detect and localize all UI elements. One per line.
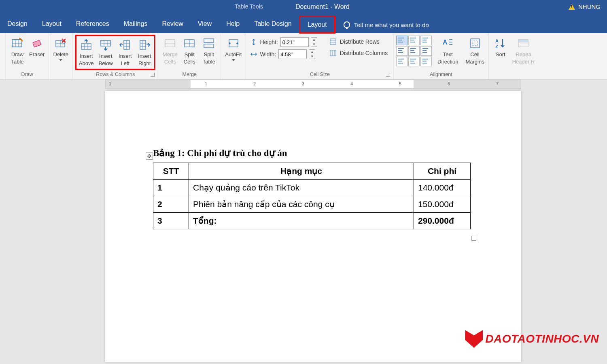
svg-text:Z: Z	[495, 44, 498, 49]
table-move-handle[interactable]: ✥	[146, 152, 153, 160]
text-direction-icon: A	[441, 36, 455, 50]
dialog-launcher-icon[interactable]	[386, 73, 390, 77]
user-account[interactable]: NHUNG	[565, 0, 604, 13]
text-direction-button[interactable]: A Text Direction	[436, 35, 460, 67]
height-spinner[interactable]: ▲▼	[311, 37, 317, 47]
group-data: AZ Sort Repea Header R	[489, 33, 539, 79]
chevron-down-icon	[59, 59, 62, 61]
split-cells-label: Split Cells	[184, 51, 195, 65]
document-page[interactable]: Bảng 1: Chi phí dự trù cho dự án ✥ STT H…	[105, 91, 521, 362]
cell-margins-icon	[468, 36, 482, 50]
insert-left-button[interactable]: Insert Left	[116, 36, 134, 68]
insert-right-button[interactable]: Insert Right	[135, 36, 154, 68]
table-row[interactable]: 2 Phiên bản nâng cấp của các công cụ 150…	[153, 196, 471, 213]
svg-rect-29	[204, 39, 214, 42]
contextual-tab-label: Table Tools	[227, 0, 271, 13]
svg-rect-44	[518, 40, 528, 42]
repeat-header-button: Repea Header R	[511, 35, 537, 67]
svg-text:A: A	[495, 38, 499, 43]
group-alignment: A Text Direction Cell Margins Alignment	[394, 33, 489, 79]
align-middle-center[interactable]	[408, 46, 420, 56]
table-header-row[interactable]: STT Hạng mục Chi phí	[153, 163, 471, 180]
svg-rect-32	[330, 39, 336, 44]
distribute-columns-icon	[329, 49, 337, 57]
tab-table-layout[interactable]: Layout	[299, 16, 335, 34]
insert-below-label: Insert Below	[99, 53, 113, 67]
chevron-down-icon	[232, 59, 235, 61]
tab-table-design[interactable]: Table Design	[247, 16, 299, 33]
align-bottom-center[interactable]	[408, 57, 420, 66]
table-caption[interactable]: Bảng 1: Chi phí dự trù cho dự án	[153, 148, 473, 159]
align-middle-right[interactable]	[420, 46, 432, 56]
document-table[interactable]: STT Hạng mục Chi phí 1 Chạy quảng cáo tr…	[153, 163, 471, 229]
insert-right-icon	[138, 38, 151, 52]
align-bottom-right[interactable]	[420, 57, 432, 66]
tab-mailings[interactable]: Mailings	[117, 16, 155, 33]
autofit-button[interactable]: AutoFit	[223, 35, 243, 63]
distribute-columns-button[interactable]: Distribute Columns	[328, 49, 389, 57]
distribute-rows-button[interactable]: Distribute Rows	[328, 37, 389, 46]
table-resize-handle[interactable]	[471, 236, 476, 241]
watermark: DAOTAOTINHOC.VN	[465, 330, 599, 348]
insert-above-button[interactable]: Insert Above	[77, 36, 96, 68]
eraser-button[interactable]: Eraser	[28, 35, 46, 67]
split-table-button[interactable]: Split Table	[200, 35, 218, 67]
height-input[interactable]	[280, 37, 309, 47]
group-cutoff-left	[0, 33, 6, 79]
width-input[interactable]	[278, 49, 307, 59]
svg-rect-35	[330, 50, 336, 56]
table-row-total[interactable]: 3 Tổng: 290.000đ	[153, 213, 471, 229]
group-autofit: AutoFit	[221, 33, 246, 79]
split-table-label: Split Table	[203, 51, 215, 65]
tab-review[interactable]: Review	[155, 16, 190, 33]
width-spinner[interactable]: ▲▼	[309, 49, 315, 59]
tab-references[interactable]: References	[69, 16, 117, 33]
ribbon-tabs: Design Layout References Mailings Review…	[0, 16, 607, 33]
table-row[interactable]: 1 Chạy quảng cáo trên TikTok 140.000đ	[153, 180, 471, 196]
align-top-left[interactable]	[396, 36, 407, 45]
svg-rect-4	[33, 40, 41, 47]
delete-button[interactable]: Delete	[51, 35, 70, 63]
insert-above-icon	[79, 38, 93, 52]
draw-table-button[interactable]: Draw Table	[8, 35, 27, 67]
sort-button[interactable]: AZ Sort	[491, 35, 510, 67]
tab-design[interactable]: Design	[0, 16, 35, 33]
insert-above-label: Insert Above	[79, 53, 94, 67]
autofit-icon	[227, 36, 240, 50]
header-chiphi[interactable]: Chi phí	[414, 163, 471, 180]
lightbulb-icon	[344, 21, 350, 28]
document-title: Document1 - Word	[295, 0, 350, 14]
insert-below-icon	[99, 38, 112, 52]
tab-help[interactable]: Help	[219, 16, 247, 33]
insert-right-label: Insert Right	[138, 53, 151, 67]
height-icon	[250, 38, 257, 46]
cell-margins-button[interactable]: Cell Margins	[464, 35, 486, 67]
group-merge: Merge Cells Split Cells Split Table Merg…	[158, 33, 221, 79]
align-top-right[interactable]	[420, 36, 432, 45]
width-icon	[250, 51, 257, 58]
tell-me-search[interactable]: Tell me what you want to do	[344, 16, 429, 33]
insert-below-button[interactable]: Insert Below	[96, 36, 115, 68]
align-bottom-left[interactable]	[396, 57, 407, 66]
header-hangmuc[interactable]: Hạng mục	[189, 163, 414, 180]
tab-layout[interactable]: Layout	[35, 16, 69, 33]
width-label: Width:	[260, 51, 276, 57]
group-cell-size-label: Cell Size	[248, 70, 391, 78]
align-top-center[interactable]	[408, 36, 420, 45]
horizontal-ruler[interactable]: 1 1 2 3 4 5 6 7	[105, 80, 521, 89]
dialog-launcher-icon[interactable]	[151, 73, 155, 77]
distribute-rows-icon	[329, 38, 337, 45]
merge-cells-icon	[163, 36, 177, 50]
svg-rect-30	[204, 44, 214, 48]
svg-rect-40	[473, 41, 478, 46]
text-direction-label: Text Direction	[437, 51, 458, 65]
header-stt[interactable]: STT	[153, 163, 189, 180]
align-middle-left[interactable]	[396, 46, 407, 56]
split-cells-button[interactable]: Split Cells	[180, 35, 199, 67]
draw-table-label: Draw Table	[11, 51, 23, 65]
tell-me-placeholder: Tell me what you want to do	[354, 21, 429, 28]
tab-view[interactable]: View	[191, 16, 219, 33]
watermark-text: DAOTAOTINHOC.VN	[485, 332, 599, 345]
autofit-label: AutoFit	[225, 51, 242, 58]
group-merge-label: Merge	[161, 70, 218, 78]
